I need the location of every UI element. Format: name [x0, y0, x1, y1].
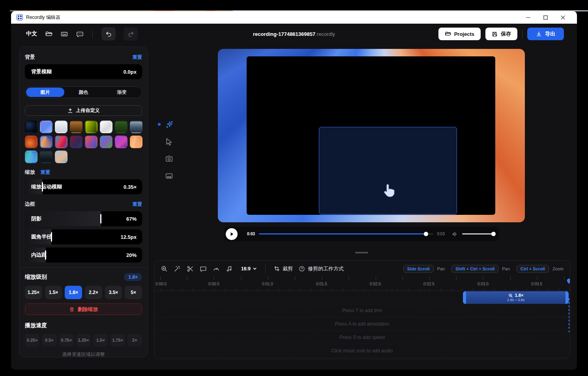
play-button[interactable]: [226, 228, 238, 240]
magic-wand-icon[interactable]: [174, 265, 181, 272]
export-button[interactable]: 导出: [527, 28, 564, 40]
chevron-down-icon: [253, 266, 257, 271]
background-thumbnail[interactable]: [40, 121, 52, 133]
zoom-level-1.8[interactable]: 1.8×: [65, 286, 82, 299]
zoom-region-right-handle[interactable]: [566, 291, 569, 304]
background-thumbnail[interactable]: [85, 136, 97, 148]
background-thumbnail[interactable]: [55, 136, 67, 148]
language-button[interactable]: 中文: [26, 30, 37, 37]
background-thumbnail[interactable]: [130, 121, 142, 133]
keyboard-icon[interactable]: [60, 30, 68, 38]
zoom-in-icon[interactable]: [161, 265, 168, 272]
zoom-region-clip[interactable]: 1.8× 2.9s – 3.9s: [463, 291, 569, 304]
undo-button[interactable]: [101, 27, 116, 41]
background-thumbnail-grid: [25, 121, 142, 163]
shadow-slider[interactable]: 阴影 67%: [25, 211, 142, 226]
shortcut-shift-ctrl-scroll: Shift + Ctrl + Scroll: [451, 265, 498, 273]
background-thumbnail[interactable]: [55, 151, 67, 163]
zoom-motion-blur-slider[interactable]: 缩放运动模糊 0.35×: [25, 179, 142, 194]
camera-icon[interactable]: [165, 154, 174, 163]
playhead[interactable]: [567, 278, 570, 284]
zoom-level-1.5[interactable]: 1.5×: [45, 286, 62, 299]
speed-1.75[interactable]: 1.75×: [110, 334, 125, 346]
background-thumbnail[interactable]: [100, 136, 112, 148]
seek-knob[interactable]: [424, 232, 428, 236]
tab-gradient[interactable]: 渐变: [103, 87, 141, 97]
background-thumbnail[interactable]: [55, 121, 67, 133]
captions-icon[interactable]: [165, 172, 174, 181]
zoom-level-3.5[interactable]: 3.5×: [105, 286, 122, 299]
zoom-in-icon: [508, 293, 513, 298]
background-thumbnail[interactable]: [70, 121, 82, 133]
background-thumbnail[interactable]: [115, 121, 127, 133]
download-icon: [536, 31, 542, 37]
save-button[interactable]: 保存: [485, 28, 517, 40]
background-thumbnail[interactable]: [130, 136, 142, 148]
speed-2[interactable]: 2×: [127, 334, 142, 346]
cursor-icon[interactable]: [165, 138, 174, 146]
panel-resize-handle[interactable]: [355, 252, 368, 253]
shortcut-ctrl-scroll: Ctrl + Scroll: [517, 265, 549, 273]
video-preview[interactable]: [218, 49, 525, 222]
speed-0.25[interactable]: 0.25×: [25, 334, 39, 346]
speed-1.25[interactable]: 1.25×: [76, 334, 91, 346]
zoom-region-left-handle[interactable]: [463, 291, 466, 304]
aspect-ratio-dropdown[interactable]: 16:9: [241, 266, 257, 272]
comment-icon[interactable]: [200, 265, 207, 272]
app-window: Recordly 编辑器 中文 recording-1774861369857 …: [11, 11, 577, 370]
projects-folder-icon: [445, 31, 451, 37]
background-reset-link[interactable]: 重置: [133, 54, 142, 61]
corner-radius-slider[interactable]: 圆角半径 12.5px: [25, 229, 142, 244]
background-thumbnail-selected[interactable]: [40, 136, 52, 148]
zoom-reset-link[interactable]: 重置: [41, 169, 50, 176]
background-thumbnail[interactable]: [25, 121, 37, 133]
speed-0.5[interactable]: 0.5×: [42, 334, 56, 346]
background-type-tabs: 图片 颜色 渐变: [25, 86, 142, 98]
background-thumbnail[interactable]: [25, 136, 37, 148]
toolbar-divider: [522, 29, 522, 39]
feedback-icon[interactable]: [76, 30, 84, 38]
background-section-title: 背景: [25, 54, 35, 61]
padding-slider[interactable]: 内边距 20%: [25, 248, 142, 262]
border-reset-link[interactable]: 重置: [133, 201, 142, 208]
background-thumbnail[interactable]: [40, 151, 52, 163]
gauge-icon[interactable]: [213, 265, 220, 272]
minimize-button[interactable]: [519, 12, 537, 23]
scissors-icon[interactable]: [187, 265, 194, 272]
background-thumbnail[interactable]: [115, 136, 127, 148]
zoom-level-buttons: 1.25× 1.5× 1.8× 2.2× 3.5× 5×: [25, 286, 142, 299]
background-thumbnail[interactable]: [25, 151, 37, 163]
trim-help-link[interactable]: 修剪的工作方式: [299, 265, 344, 272]
tab-image[interactable]: 图片: [26, 87, 64, 97]
volume-icon[interactable]: [452, 231, 458, 237]
projects-button[interactable]: Projects: [438, 28, 481, 40]
tab-color[interactable]: 颜色: [64, 87, 103, 97]
redo-button[interactable]: [124, 27, 138, 41]
timeline-ruler[interactable]: 0:00.0 0:00.5 0:01.0 0:01.5 0:02.0 0:02.…: [154, 277, 570, 291]
close-button[interactable]: [554, 12, 571, 23]
background-thumbnail[interactable]: [100, 121, 112, 133]
zoom-level-2.2[interactable]: 2.2×: [85, 286, 102, 299]
volume-knob[interactable]: [491, 232, 496, 236]
ruler-tick: 0:00.0: [155, 282, 167, 286]
crop-button[interactable]: 裁剪: [274, 265, 293, 272]
play-icon: [229, 232, 234, 236]
background-thumbnail[interactable]: [85, 121, 97, 133]
trash-icon: [69, 307, 75, 312]
zoom-level-1.25[interactable]: 1.25×: [25, 286, 42, 299]
timeline-track-area[interactable]: 1.8× 2.9s – 3.9s Press T to add trim Pre…: [154, 291, 570, 359]
zoom-target-region[interactable]: [319, 127, 457, 214]
maximize-button[interactable]: [537, 12, 554, 23]
music-note-icon[interactable]: [226, 265, 233, 272]
speed-1.5[interactable]: 1.5×: [93, 334, 108, 346]
zoom-level-5[interactable]: 5×: [125, 286, 142, 299]
background-thumbnail[interactable]: [70, 136, 82, 148]
background-blur-slider[interactable]: 背景模糊 0.0px: [25, 64, 142, 79]
delete-zoom-button[interactable]: 删除缩放: [25, 303, 142, 315]
open-folder-icon[interactable]: [45, 30, 52, 38]
seek-bar[interactable]: [259, 233, 433, 235]
sparkles-icon[interactable]: [165, 120, 174, 128]
upload-custom-button[interactable]: 上传自定义: [25, 105, 142, 116]
volume-slider[interactable]: [462, 233, 494, 235]
speed-0.75[interactable]: 0.75×: [59, 334, 74, 346]
